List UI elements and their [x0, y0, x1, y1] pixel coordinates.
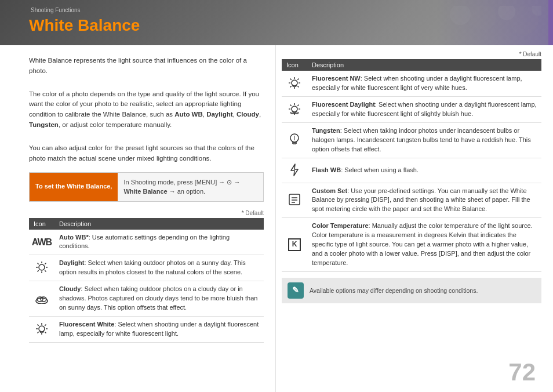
note-text: Available options may differ depending o… — [310, 286, 478, 295]
desc-cell: Daylight: Select when taking outdoor pho… — [54, 255, 264, 281]
desc-cell: Custom Set: Use your pre-defined setting… — [307, 183, 541, 218]
left-default-note: * Default — [29, 210, 264, 216]
left-table: Icon Description AWB Auto WB*: Use autom… — [29, 218, 264, 343]
svg-line-48 — [297, 104, 299, 106]
svg-rect-61 — [289, 194, 300, 205]
table-row: Fluorescent NW: Select when shooting und… — [282, 71, 541, 96]
desc-cell: Auto WB*: Use automatic settings dependi… — [54, 230, 264, 255]
svg-marker-60 — [291, 164, 298, 176]
left-table-desc-header: Description — [54, 218, 264, 230]
right-default-note: * Default — [282, 51, 541, 57]
intro-para3: You can also adjust color for the preset… — [29, 143, 264, 164]
table-row: Flash WB: Select when using a flash. — [282, 158, 541, 183]
fluorescent-daylight-icon — [286, 101, 303, 117]
icon-cell — [282, 96, 307, 122]
right-table-desc-header: Description — [307, 59, 541, 71]
icon-cell: AWB — [29, 230, 54, 255]
desc-cell: Fluorescent Daylight: Select when shooti… — [307, 96, 541, 122]
desc-cell: Fluorescent NW: Select when shooting und… — [307, 71, 541, 96]
table-row: Tungsten: Select when taking indoor phot… — [282, 122, 541, 158]
page-number: 72 — [508, 358, 536, 386]
right-table-icon-header: Icon — [282, 59, 307, 71]
flash-wb-icon — [286, 162, 303, 178]
svg-line-35 — [297, 86, 299, 87]
svg-line-36 — [297, 78, 299, 79]
table-row: Fluorescent White: Select when shooting … — [29, 317, 264, 343]
right-table: Icon Description — [282, 59, 541, 272]
svg-line-49 — [290, 112, 292, 113]
svg-line-34 — [290, 78, 292, 79]
header-decoration — [449, 6, 541, 41]
svg-line-22 — [38, 325, 39, 326]
accent-bar — [548, 0, 553, 45]
awb-icon: AWB — [34, 234, 50, 250]
svg-line-12 — [45, 263, 46, 264]
svg-point-0 — [450, 6, 471, 25]
custom-set-icon — [286, 191, 303, 208]
table-row: Fluorescent Daylight: Select when shooti… — [282, 96, 541, 122]
table-row: AWB Auto WB*: Use automatic settings dep… — [29, 230, 264, 255]
icon-cell — [29, 255, 54, 281]
desc-cell: Flash WB: Select when using a flash. — [307, 158, 541, 183]
left-column: White Balance represents the light sourc… — [0, 45, 275, 392]
intro-para2: The color of a photo depends on the type… — [29, 89, 264, 130]
tungsten-icon — [286, 132, 303, 148]
desc-cell: Fluorescent White: Select when shooting … — [54, 317, 264, 343]
svg-line-10 — [38, 263, 39, 264]
note-box: ✎ Available options may differ depending… — [282, 278, 541, 303]
table-row: Custom Set: Use your pre-defined setting… — [282, 183, 541, 218]
svg-line-46 — [290, 104, 292, 106]
daylight-icon — [34, 259, 50, 275]
color-temperature-icon: K — [286, 237, 303, 253]
svg-line-47 — [297, 112, 299, 113]
icon-cell — [282, 71, 307, 96]
how-to-text: In Shooting mode, press [MENU] → ⊙ → Whi… — [118, 173, 263, 201]
icon-cell — [29, 317, 54, 343]
table-row: Daylight: Select when taking outdoor pho… — [29, 255, 264, 281]
how-to-label: To set the White Balance, — [30, 173, 118, 201]
icon-cell — [29, 281, 54, 317]
svg-point-1 — [471, 6, 496, 30]
svg-line-23 — [45, 332, 46, 333]
svg-line-37 — [290, 86, 292, 87]
desc-cell: Tungsten: Select when taking indoor phot… — [307, 122, 541, 158]
page-title: White Balance — [29, 16, 140, 35]
icon-cell — [282, 122, 307, 158]
desc-cell: Cloudy: Select when taking outdoor photo… — [54, 281, 264, 317]
section-label: Shooting Functions — [31, 7, 81, 13]
intro-para1: White Balance represents the light sourc… — [29, 56, 264, 77]
fluorescent-white-icon — [34, 321, 50, 337]
table-row: Cloudy: Select when taking outdoor photo… — [29, 281, 264, 317]
svg-line-24 — [45, 325, 46, 326]
how-to-box: To set the White Balance, In Shooting mo… — [29, 172, 264, 202]
svg-line-11 — [45, 271, 46, 272]
header: Shooting Functions White Balance — [0, 0, 553, 45]
table-row: K Color Temperature: Manually adjust the… — [282, 218, 541, 272]
cloudy-icon — [34, 291, 50, 307]
icon-cell: K — [282, 218, 307, 272]
svg-line-25 — [38, 332, 39, 333]
right-column: * Default Icon Description — [275, 45, 553, 392]
left-table-icon-header: Icon — [29, 218, 54, 230]
icon-cell — [282, 183, 307, 218]
svg-line-13 — [38, 271, 39, 272]
fluorescent-nw-icon — [286, 75, 303, 91]
icon-cell — [282, 158, 307, 183]
desc-cell: Color Temperature: Manually adjust the c… — [307, 218, 541, 272]
svg-point-5 — [39, 264, 45, 270]
main-content: White Balance represents the light sourc… — [0, 45, 553, 392]
note-icon: ✎ — [288, 282, 304, 299]
